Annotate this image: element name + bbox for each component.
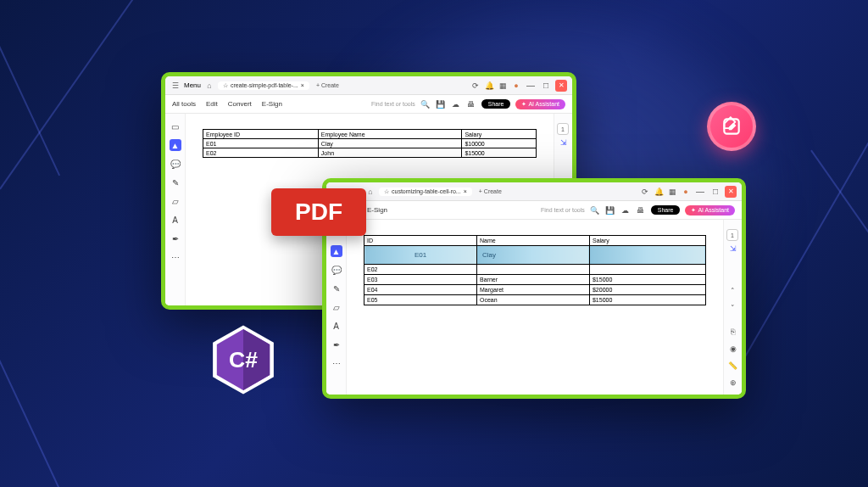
pdf-badge: PDF [271, 188, 366, 236]
close-tab-icon[interactable]: × [464, 188, 467, 194]
table-row: E02 [364, 265, 706, 275]
table-row: E05 Ocean $15000 [364, 295, 706, 305]
text-tool-icon[interactable]: A [331, 320, 342, 332]
ai-assistant-button[interactable]: ✦ AI Assistant [685, 205, 735, 216]
tab-title: create-simple-pdf-table-... [231, 82, 298, 88]
select-tool-icon[interactable]: ▲ [331, 245, 342, 257]
collapse-icon[interactable]: ⇲ [728, 244, 738, 254]
new-tab-button[interactable]: + Create [313, 82, 342, 88]
pdf-label: PDF [295, 199, 342, 226]
table-row: E01 Clay $10000 [203, 139, 537, 148]
page-up-icon[interactable]: ˄ [728, 286, 738, 296]
close-button[interactable]: ✕ [725, 186, 737, 198]
menu-esign[interactable]: E-Sign [262, 100, 282, 108]
star-icon: ☆ [384, 188, 389, 195]
maximize-button[interactable]: □ [709, 186, 721, 198]
minimize-button[interactable]: — [525, 80, 537, 92]
highlight-tool-icon[interactable]: ▱ [170, 195, 181, 207]
history-icon[interactable]: ⟳ [640, 187, 650, 197]
comment-tool-icon[interactable]: 💬 [331, 264, 342, 276]
document-tab[interactable]: ☆ create-simple-pdf-table-... × [218, 81, 309, 90]
page-number[interactable]: 1 [557, 123, 569, 135]
close-button[interactable]: ✕ [555, 80, 567, 92]
search-icon[interactable]: 🔍 [590, 205, 600, 216]
history-icon[interactable]: ⟳ [470, 81, 481, 91]
draw-tool-icon[interactable]: ✎ [170, 176, 181, 188]
sign-tool-icon[interactable]: ✒ [331, 339, 342, 350]
profile-icon[interactable]: ● [511, 81, 521, 91]
search-input[interactable]: Find text or tools [371, 101, 415, 107]
ruler-icon[interactable]: 📏 [728, 361, 738, 371]
search-icon[interactable]: 🔍 [420, 99, 431, 109]
print-icon[interactable]: 🖶 [636, 205, 646, 216]
grid-icon[interactable]: ▦ [498, 81, 508, 91]
table-row-highlighted: E01 Clay [364, 246, 706, 265]
minimize-button[interactable]: — [694, 186, 706, 198]
search-input[interactable]: Find text or tools [541, 207, 585, 213]
cloud-icon[interactable]: ☁ [451, 99, 461, 109]
page-down-icon[interactable]: ˅ [728, 303, 738, 313]
select-tool-icon[interactable]: ▲ [170, 139, 181, 151]
table-row: Employee ID Employee Name Salary [203, 130, 537, 139]
menubar: All tools Edit Convert E-Sign Find text … [165, 95, 572, 114]
copy-icon[interactable]: ⎘ [728, 327, 738, 337]
share-button[interactable]: Share [481, 99, 511, 109]
home-icon[interactable]: ⌂ [204, 81, 214, 91]
comment-tool-icon[interactable]: 💬 [170, 158, 181, 170]
pdf-table: ID Name Salary E01 Clay E02 E03 Barner [364, 235, 706, 305]
new-tab-button[interactable]: + Create [476, 188, 505, 194]
maximize-button[interactable]: □ [540, 80, 552, 92]
bell-icon[interactable]: 🔔 [654, 187, 664, 197]
menubar: Convert E-Sign Find text or tools 🔍 💾 ☁ … [326, 201, 742, 220]
highlight-tool-icon[interactable]: ▱ [331, 301, 342, 313]
menu-convert[interactable]: Convert [228, 100, 252, 108]
table-row: ID Name Salary [364, 236, 706, 246]
menu-all-tools[interactable]: All tools [172, 100, 196, 108]
home-icon[interactable]: ⌂ [365, 187, 376, 197]
print-icon[interactable]: 🖶 [466, 99, 476, 109]
star-icon: ☆ [223, 82, 228, 89]
stamp-icon[interactable]: ◉ [728, 344, 738, 354]
edit-icon [721, 115, 743, 137]
table-row: E04 Margaret $20000 [364, 285, 706, 295]
hamburger-icon[interactable]: ☰ [170, 81, 181, 91]
pdf-viewer-window-custom-table: ☰ Menu ⌂ ☆ customizing-table-cell-ro... … [322, 178, 746, 399]
menu-esign[interactable]: E-Sign [367, 206, 387, 214]
csharp-badge: C# [210, 322, 276, 397]
share-button[interactable]: Share [651, 205, 681, 215]
table-row: E03 Barner $15000 [364, 275, 706, 285]
titlebar: ☰ Menu ⌂ ☆ customizing-table-cell-ro... … [326, 182, 742, 201]
titlebar: ☰ Menu ⌂ ☆ create-simple-pdf-table-... ×… [165, 76, 572, 95]
menu-edit[interactable]: Edit [206, 100, 218, 108]
edit-badge [707, 102, 756, 151]
document-canvas: ID Name Salary E01 Clay E02 E03 Barner [347, 220, 723, 395]
grid-icon[interactable]: ▦ [667, 187, 677, 197]
zoom-icon[interactable]: ⊕ [728, 378, 738, 388]
close-tab-icon[interactable]: × [301, 82, 304, 88]
more-tools-icon[interactable]: ⋯ [170, 251, 181, 263]
menu-label[interactable]: Menu [184, 81, 201, 89]
bell-icon[interactable]: 🔔 [484, 81, 494, 91]
right-toolbar: ⤢ ⇲ 1 ˄ ˅ ⎘ ◉ 📏 ⊕ [723, 220, 742, 395]
left-toolbar: ▭ ▲ 💬 ✎ ▱ A ✒ ⋯ [326, 220, 347, 395]
collapse-icon[interactable]: ⇲ [559, 137, 569, 148]
tab-title: customizing-table-cell-ro... [392, 188, 461, 194]
csharp-label: C# [229, 347, 258, 372]
pdf-table: Employee ID Employee Name Salary E01 Cla… [203, 129, 537, 158]
page-number[interactable]: 1 [726, 229, 738, 241]
table-row: E02 John $15000 [203, 148, 537, 158]
document-tab[interactable]: ☆ customizing-table-cell-ro... × [379, 188, 472, 196]
save-icon[interactable]: 💾 [436, 99, 446, 109]
draw-tool-icon[interactable]: ✎ [331, 283, 342, 294]
text-tool-icon[interactable]: A [170, 214, 181, 226]
cloud-icon[interactable]: ☁ [620, 205, 631, 216]
left-toolbar: ▭ ▲ 💬 ✎ ▱ A ✒ ⋯ [165, 114, 186, 305]
profile-icon[interactable]: ● [681, 187, 691, 197]
hexagon-icon: C# [210, 322, 276, 397]
save-icon[interactable]: 💾 [605, 205, 615, 216]
ai-assistant-button[interactable]: ✦ AI Assistant [515, 99, 565, 109]
workspace: ▭ ▲ 💬 ✎ ▱ A ✒ ⋯ ID Name Salary E01 Clay [326, 220, 742, 395]
panel-toggle-icon[interactable]: ▭ [170, 120, 181, 132]
more-tools-icon[interactable]: ⋯ [331, 357, 342, 369]
sign-tool-icon[interactable]: ✒ [170, 232, 181, 244]
